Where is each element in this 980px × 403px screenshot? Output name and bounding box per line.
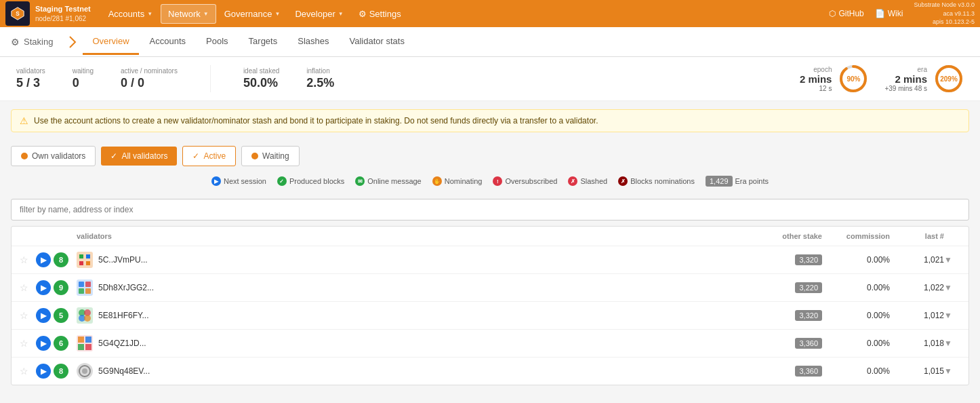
epoch-block: epoch 2 mins 12 s 90% xyxy=(800,64,869,94)
github-link[interactable]: ⬡ GitHub xyxy=(829,9,863,18)
produced-blocks-btn-2[interactable]: 9 xyxy=(54,280,68,295)
favorite-star-2[interactable]: ☆ xyxy=(20,282,36,293)
version-info: Substrate Node v3.0.0 aca v9.11.3 apis 1… xyxy=(914,1,975,26)
next-session-btn-3[interactable]: ▶ xyxy=(36,308,51,323)
own-validators-dot xyxy=(21,153,28,159)
validator-identity-2: 5Dh8XrJGG2... xyxy=(77,280,768,296)
tab-slashes[interactable]: Slashes xyxy=(288,29,338,55)
online-message-icon: ✉ xyxy=(355,176,365,186)
legend-blocks-nominations-label: Blocks nominations xyxy=(630,177,695,185)
content-area: validators 5 / 3 waiting 0 active / nomi… xyxy=(0,57,980,403)
all-validators-button[interactable]: ✓ All validators xyxy=(101,147,177,166)
expand-row-1[interactable]: ▼ xyxy=(944,255,960,265)
validator-name-2: 5Dh8XrJGG2... xyxy=(98,283,154,292)
stats-divider-1 xyxy=(210,65,211,92)
nav-settings[interactable]: ⚙ Settings xyxy=(352,5,408,23)
svg-rect-7 xyxy=(79,254,83,258)
validator-name-1: 5C..JVmPU... xyxy=(98,255,148,265)
svg-rect-13 xyxy=(85,282,91,287)
validators-table: validators other stake commission last #… xyxy=(11,226,969,385)
era-block: era 2 mins +39 mins 48 s 209% xyxy=(884,64,964,94)
node-name: Staging Testnet xyxy=(35,4,91,14)
epoch-pct: 90% xyxy=(846,75,860,83)
staking-arrow-icon xyxy=(64,34,80,50)
active-check-icon: ✓ xyxy=(192,151,199,161)
produced-blocks-icon: ✓ xyxy=(277,176,287,186)
nav-accounts[interactable]: Accounts ▼ xyxy=(102,5,159,23)
filter-input[interactable] xyxy=(20,205,960,214)
next-session-icon: ▶ xyxy=(211,176,221,186)
table-row: ☆ ▶ 8 5G9Nq48EV... 3,360 0.00% 1,015 ▼ xyxy=(12,358,968,385)
expand-row-4[interactable]: ▼ xyxy=(944,339,960,348)
network-chevron-icon: ▼ xyxy=(203,11,209,17)
next-session-btn-5[interactable]: ▶ xyxy=(36,364,51,379)
validator-avatar-4 xyxy=(77,335,93,351)
nav-governance[interactable]: Governance ▼ xyxy=(218,5,287,23)
produced-blocks-btn-3[interactable]: 5 xyxy=(54,308,68,323)
validators-label: validators xyxy=(16,67,45,75)
validator-identity-3: 5E81HF6FY... xyxy=(77,307,768,324)
validators-value: 5 / 3 xyxy=(16,76,40,90)
favorite-star-1[interactable]: ☆ xyxy=(20,254,36,265)
commission-5: 0.00% xyxy=(822,366,890,376)
own-validators-button[interactable]: Own validators xyxy=(11,146,96,166)
svg-rect-24 xyxy=(78,344,84,350)
legend-next-session-label: Next session xyxy=(224,177,266,185)
active-nominators-label: active / nominators xyxy=(121,67,178,75)
validators-stat: validators 5 / 3 xyxy=(16,67,45,90)
table-row: ☆ ▶ 9 5Dh8XrJGG2... 3,220 0.00% 1,022 xyxy=(12,274,968,302)
node-id: node/281 #1,062 xyxy=(35,14,91,23)
table-header: validators other stake commission last # xyxy=(12,227,968,246)
produced-blocks-btn-1[interactable]: 8 xyxy=(54,252,68,267)
tab-overview[interactable]: Overview xyxy=(83,29,138,55)
validator-identity-4: 5G4QZ1JD... xyxy=(77,335,768,351)
validator-actions-2: ▶ 9 xyxy=(36,280,77,295)
waiting-button[interactable]: Waiting xyxy=(241,146,300,166)
wiki-link[interactable]: 📄 Wiki xyxy=(875,9,903,18)
table-row: ☆ ▶ 8 5C..JVmPU... 3,320 0.00% 1,021 xyxy=(12,246,968,274)
nav-developer[interactable]: Developer ▼ xyxy=(288,5,350,23)
tab-validator-stats[interactable]: Validator stats xyxy=(340,29,413,55)
nav-network[interactable]: Network ▼ xyxy=(161,4,216,24)
legend-era-points: 1,429 Era points xyxy=(706,176,769,187)
expand-row-2[interactable]: ▼ xyxy=(944,283,960,292)
oversubscribed-icon: ! xyxy=(493,176,502,186)
ideal-staked-value: 50.0% xyxy=(243,76,278,90)
legend-era-points-label: Era points xyxy=(735,177,769,185)
svg-rect-16 xyxy=(77,307,93,324)
validator-identity-5: 5G9Nq48EV... xyxy=(77,363,768,379)
active-button[interactable]: ✓ Active xyxy=(182,146,236,166)
svg-rect-12 xyxy=(79,282,84,287)
next-session-btn-1[interactable]: ▶ xyxy=(36,252,51,267)
nav-items: Accounts ▼ Network ▼ Governance ▼ Develo… xyxy=(102,4,830,24)
validator-actions-4: ▶ 6 xyxy=(36,336,77,351)
next-session-btn-4[interactable]: ▶ xyxy=(36,336,51,351)
produced-blocks-btn-5[interactable]: 8 xyxy=(54,364,68,379)
wiki-icon: 📄 xyxy=(875,9,885,18)
favorite-star-5[interactable]: ☆ xyxy=(20,366,36,377)
tab-pools[interactable]: Pools xyxy=(197,29,238,55)
tab-accounts[interactable]: Accounts xyxy=(140,29,195,55)
tab-targets[interactable]: Targets xyxy=(239,29,287,55)
filter-box[interactable] xyxy=(11,199,969,220)
legend-blocks-nominations: ✗ Blocks nominations xyxy=(618,176,695,186)
last-hash-4: 1,018 xyxy=(890,339,944,348)
subnav-tabs: Overview Accounts Pools Targets Slashes … xyxy=(83,29,414,55)
subnav: ⚙ Staking Overview Accounts Pools Target… xyxy=(0,27,980,57)
next-session-btn-2[interactable]: ▶ xyxy=(36,280,51,295)
validator-identity-1: 5C..JVmPU... xyxy=(77,252,768,268)
era-badge-cell-2: 3,220 xyxy=(768,283,822,292)
table-row: ☆ ▶ 6 5G4QZ1JD... 3,360 0.00% 1,018 xyxy=(12,330,968,358)
produced-blocks-btn-4[interactable]: 6 xyxy=(54,336,68,351)
expand-row-5[interactable]: ▼ xyxy=(944,366,960,376)
favorite-star-4[interactable]: ☆ xyxy=(20,338,36,349)
svg-rect-14 xyxy=(79,288,84,294)
favorite-star-3[interactable]: ☆ xyxy=(20,310,36,321)
legend-online-message-label: Online message xyxy=(367,177,422,185)
node-info: Staging Testnet node/281 #1,062 xyxy=(35,4,91,22)
svg-rect-25 xyxy=(85,344,91,350)
expand-row-3[interactable]: ▼ xyxy=(944,311,960,320)
staking-label: Staking xyxy=(24,37,53,47)
era-label: era xyxy=(884,66,927,73)
svg-rect-10 xyxy=(86,261,90,265)
